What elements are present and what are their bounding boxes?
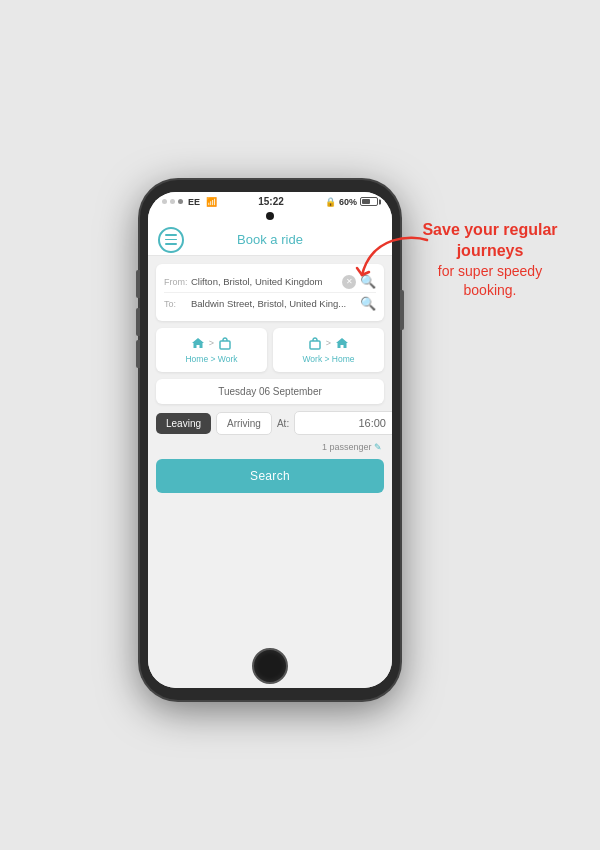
at-label: At: <box>277 418 289 429</box>
passengers-row: 1 passenger ✎ <box>156 442 384 452</box>
to-row: To: Baldwin Street, Bristol, United King… <box>164 292 376 314</box>
passenger-count: 1 passenger <box>322 442 372 452</box>
search-to-icon[interactable]: 🔍 <box>360 296 376 311</box>
home-icon-2 <box>334 336 350 350</box>
svg-rect-0 <box>220 341 230 349</box>
menu-button[interactable] <box>158 227 184 253</box>
home-button[interactable] <box>252 648 288 684</box>
search-button[interactable]: Search <box>156 459 384 493</box>
annotation-bold: Save your regular journeys <box>410 220 570 262</box>
to-label: To: <box>164 299 186 309</box>
home-icon-1 <box>190 336 206 350</box>
shortcut-home-work[interactable]: > Home > Work <box>156 328 267 372</box>
from-label: From: <box>164 277 186 287</box>
lock-icon: 🔒 <box>325 197 336 207</box>
annotation-normal: for super speedy booking. <box>410 262 570 301</box>
signal-dot-1 <box>162 199 167 204</box>
shortcut-work-home[interactable]: > Work > Home <box>273 328 384 372</box>
annotation: Save your regular journeys for super spe… <box>410 220 570 301</box>
edit-passengers-icon[interactable]: ✎ <box>374 442 382 452</box>
work-icon-1 <box>217 336 233 350</box>
battery-label: 60% <box>339 197 357 207</box>
date-selector[interactable]: Tuesday 06 September <box>156 379 384 404</box>
page-title: Book a ride <box>237 232 303 247</box>
arriving-tab[interactable]: Arriving <box>216 412 272 435</box>
carrier-label: EE <box>188 197 200 207</box>
time-input[interactable] <box>294 411 392 435</box>
camera <box>266 212 274 220</box>
leaving-tab[interactable]: Leaving <box>156 413 211 434</box>
content-area: From: Clifton, Bristol, United Kingdom ✕… <box>148 256 392 688</box>
battery-icon <box>360 197 378 206</box>
from-value: Clifton, Bristol, United Kingdom <box>191 276 337 287</box>
shortcut-hw-label: Home > Work <box>185 354 237 364</box>
signal-dot-3 <box>178 199 183 204</box>
signal-dot-2 <box>170 199 175 204</box>
to-icons: 🔍 <box>360 296 376 311</box>
work-icon-2 <box>307 336 323 350</box>
status-time: 15:22 <box>258 196 284 207</box>
curved-arrow-icon <box>352 230 432 290</box>
shortcut-wh-label: Work > Home <box>302 354 354 364</box>
shortcut-icons-wh: > <box>307 336 350 350</box>
status-bar: EE 📶 15:22 🔒 60% <box>148 192 392 210</box>
route-card: From: Clifton, Bristol, United Kingdom ✕… <box>156 264 384 321</box>
svg-rect-1 <box>310 341 320 349</box>
status-right: 🔒 60% <box>325 197 378 207</box>
wifi-icon: 📶 <box>206 197 217 207</box>
menu-icon <box>165 234 177 245</box>
to-value: Baldwin Street, Bristol, United King... <box>191 298 355 309</box>
date-value: Tuesday 06 September <box>218 386 322 397</box>
shortcuts-row: > Home > Work > <box>156 328 384 372</box>
status-left: EE 📶 <box>162 197 217 207</box>
from-row: From: Clifton, Bristol, United Kingdom ✕… <box>164 271 376 292</box>
departure-type-row: Leaving Arriving At: <box>156 411 384 435</box>
shortcut-icons-hw: > <box>190 336 233 350</box>
